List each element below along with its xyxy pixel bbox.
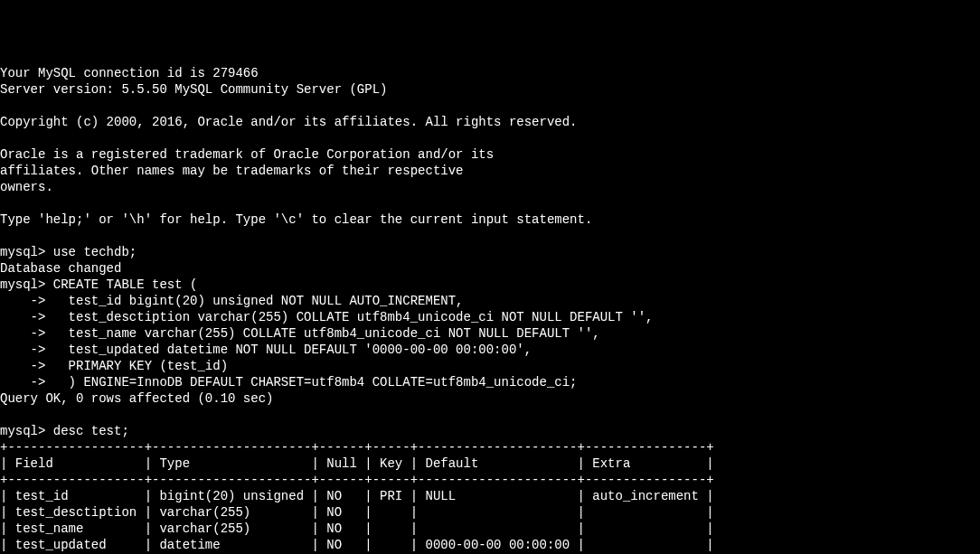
mysql-command-create-line: -> test_updated datetime NOT NULL DEFAUL… bbox=[0, 343, 532, 357]
connection-id-line: Your MySQL connection id is 279466 bbox=[0, 66, 259, 80]
server-version-line: Server version: 5.5.50 MySQL Community S… bbox=[0, 82, 387, 97]
table-row: | test_updated | datetime | NO | | 0000-… bbox=[0, 538, 714, 552]
mysql-command-create-line: -> test_id bigint(20) unsigned NOT NULL … bbox=[0, 294, 463, 308]
mysql-command-create-line: -> ) ENGINE=InnoDB DEFAULT CHARSET=utf8m… bbox=[0, 375, 578, 390]
mysql-command-create-line: -> PRIMARY KEY (test_id) bbox=[0, 359, 228, 373]
help-line: Type 'help;' or '\h' for help. Type '\c'… bbox=[0, 212, 592, 227]
table-header-row: | Field | Type | Null | Key | Default | … bbox=[0, 456, 714, 471]
terminal-output: Your MySQL connection id is 279466 Serve… bbox=[0, 65, 980, 554]
table-row: | test_id | bigint(20) unsigned | NO | P… bbox=[0, 489, 714, 503]
trademark-line: owners. bbox=[0, 180, 53, 194]
table-row: | test_desctiption | varchar(255) | NO |… bbox=[0, 505, 714, 520]
mysql-command-create: mysql> CREATE TABLE test ( bbox=[0, 277, 197, 292]
mysql-command-use: mysql> use techdb; bbox=[0, 245, 137, 259]
database-changed-line: Database changed bbox=[0, 261, 121, 276]
copyright-line: Copyright (c) 2000, 2016, Oracle and/or … bbox=[0, 115, 578, 129]
trademark-line: affiliates. Other names may be trademark… bbox=[0, 164, 463, 178]
table-border: +------------------+--------------------… bbox=[0, 473, 714, 487]
mysql-command-create-line: -> test_name varchar(255) COLLATE utf8mb… bbox=[0, 326, 600, 341]
mysql-command-create-line: -> test_desctiption varchar(255) COLLATE… bbox=[0, 310, 654, 324]
table-row: | test_name | varchar(255) | NO | | | | bbox=[0, 521, 714, 536]
table-border: +------------------+--------------------… bbox=[0, 440, 714, 455]
mysql-command-desc: mysql> desc test; bbox=[0, 424, 129, 438]
trademark-line: Oracle is a registered trademark of Orac… bbox=[0, 147, 494, 162]
query-ok-line: Query OK, 0 rows affected (0.10 sec) bbox=[0, 391, 273, 406]
